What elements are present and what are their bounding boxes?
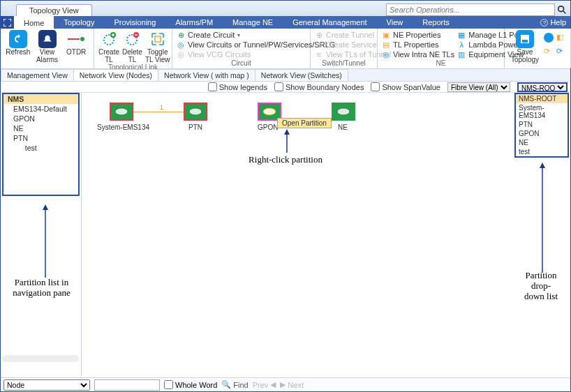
partition-nav-list[interactable]: NMS EMS134-Default GPON NE PTN test	[2, 93, 80, 196]
menu-topology[interactable]: Topology	[54, 16, 104, 29]
callout-arrow-icon	[41, 204, 50, 281]
next-button: ▶Next	[280, 380, 304, 389]
dropdown-item[interactable]: GPON	[516, 129, 568, 138]
nav-item[interactable]: NE	[3, 123, 78, 133]
plus-circle-icon: ⊕	[177, 31, 185, 39]
delete-tl-button[interactable]: Delete TL	[122, 30, 142, 63]
refresh-alt-icon[interactable]: ⟳	[556, 47, 566, 56]
find-button[interactable]: 🔍Find	[221, 380, 248, 389]
circuit-group-label: Circuit	[177, 59, 306, 68]
dropdown-item[interactable]: NMS-ROOT	[516, 94, 568, 103]
save-topology-label: Save Topology	[511, 49, 539, 63]
delete-tl-label: Delete TL	[122, 49, 142, 63]
refresh-icon	[9, 30, 27, 48]
partition-select[interactable]: NMS-ROOT	[517, 82, 568, 92]
show-legends-checkbox[interactable]: Show legends	[208, 82, 267, 91]
ne-properties-button[interactable]: ▣NE Properties	[382, 30, 454, 40]
menu-manage-ne[interactable]: Manage NE	[223, 16, 283, 29]
menu-provisioning[interactable]: Provisioning	[104, 16, 165, 29]
menu-home[interactable]: Home	[14, 16, 54, 29]
horizontal-scrollbar[interactable]	[2, 355, 79, 362]
save-icon	[516, 30, 534, 48]
nav-item[interactable]: PTN	[3, 133, 78, 143]
switch-tunnel-group-label: Switch/Tunnel	[315, 59, 373, 68]
svg-marker-20	[540, 163, 545, 168]
eye-icon: ◎	[177, 50, 185, 59]
node-ne[interactable]	[332, 103, 355, 121]
chevron-down-icon: ▾	[237, 32, 240, 38]
nav-item[interactable]: test	[3, 143, 78, 153]
dropdown-item[interactable]: System-EMS134	[516, 103, 568, 120]
search-icon[interactable]	[555, 3, 569, 16]
svg-marker-18	[284, 129, 290, 135]
layer-icon[interactable]: ◧	[556, 33, 566, 43]
context-menu-item[interactable]: Open Partition	[277, 118, 332, 128]
properties-icon: ▣	[382, 31, 390, 39]
nav-item[interactable]: GPON	[3, 114, 78, 123]
svg-point-13	[115, 108, 128, 115]
view-intra-ne-button[interactable]: ◎View Intra NE TLs	[382, 50, 454, 59]
search-input[interactable]	[386, 3, 555, 16]
svg-rect-8	[155, 36, 161, 42]
ctx-callout-label: Right-click partition	[244, 154, 327, 165]
dropdown-item[interactable]: test	[516, 147, 568, 156]
toggle-tl-button[interactable]: Toggle TL View	[145, 30, 170, 63]
search-icon: 🔍	[221, 380, 231, 389]
menu-view[interactable]: View	[377, 16, 413, 29]
nav-item[interactable]: EMS134-Default	[3, 104, 78, 114]
port-icon: ▦	[457, 31, 466, 39]
menu-reports[interactable]: Reports	[413, 16, 459, 29]
dropdown-item[interactable]: PTN	[516, 120, 568, 129]
nav-header[interactable]: NMS	[3, 94, 78, 104]
otdr-icon	[67, 30, 85, 48]
tab-network-view-switches[interactable]: Network View (Switches)	[255, 69, 348, 81]
tab-network-view-nodes[interactable]: Network View (Nodes)	[73, 69, 158, 81]
otdr-label: OTDR	[66, 49, 86, 56]
svg-point-16	[337, 108, 350, 115]
tl-properties-button[interactable]: ▤TL Properties	[382, 40, 454, 50]
help-icon: ?	[540, 19, 548, 27]
save-topology-button[interactable]: Save Topology	[509, 30, 541, 63]
partition-dropdown-popup[interactable]: NMS-ROOT System-EMS134 PTN GPON NE test	[514, 93, 569, 158]
link-label: 1	[160, 104, 163, 111]
globe-icon[interactable]	[544, 33, 554, 43]
node-type-select[interactable]: Node	[3, 379, 90, 391]
view-alarms-button[interactable]: View Alarms	[34, 30, 61, 63]
node-label: PTN	[188, 123, 202, 131]
callout-arrow-icon	[538, 163, 547, 274]
help-button[interactable]: ? Help	[536, 16, 570, 29]
show-spanvalue-checkbox[interactable]: Show SpanValue	[371, 82, 440, 91]
tab-network-view-map[interactable]: Network View ( with map )	[158, 69, 255, 81]
plus-circle-icon: ⊕	[315, 31, 323, 39]
dropdown-item[interactable]: NE	[516, 138, 568, 147]
tab-management-view[interactable]: Management View	[1, 69, 74, 81]
fibre-view-select[interactable]: Fibre View (All)	[447, 82, 510, 92]
chevron-left-icon: ◀	[270, 380, 276, 389]
lambda-icon: λ	[457, 40, 466, 49]
delete-tl-icon	[123, 30, 141, 48]
topology-canvas[interactable]: 1 System-EMS134 PTN GPON Open Partition …	[82, 93, 570, 377]
svg-line-1	[563, 11, 566, 14]
view-alarms-label: View Alarms	[36, 49, 58, 63]
refresh-button[interactable]: Refresh	[5, 30, 31, 56]
node-system-ems134[interactable]	[110, 103, 133, 121]
prev-button: Prev◀	[253, 380, 276, 389]
fullscreen-icon[interactable]	[1, 16, 14, 29]
create-tl-button[interactable]: Create TL	[98, 30, 119, 63]
menu-general-mgmt[interactable]: General Management	[283, 16, 376, 29]
whole-word-checkbox[interactable]: Whole Word	[164, 380, 217, 389]
help-label: Help	[550, 18, 566, 27]
find-input[interactable]	[94, 379, 160, 391]
create-tl-icon	[100, 30, 118, 48]
window-title-tab: Topology View	[16, 4, 92, 16]
show-boundary-checkbox[interactable]: Show Boundary Nodes	[274, 82, 364, 91]
svg-point-3	[80, 37, 84, 41]
svg-point-15	[263, 108, 276, 115]
menu-alarms[interactable]: Alarms/PM	[165, 16, 223, 29]
svg-marker-12	[43, 204, 48, 210]
list-icon: ≡	[315, 50, 323, 59]
node-ptn[interactable]	[184, 103, 207, 121]
ne-group-label: NE	[382, 59, 500, 68]
otdr-button[interactable]: OTDR	[63, 30, 89, 56]
refresh-small-icon[interactable]: ⟳	[544, 47, 554, 56]
